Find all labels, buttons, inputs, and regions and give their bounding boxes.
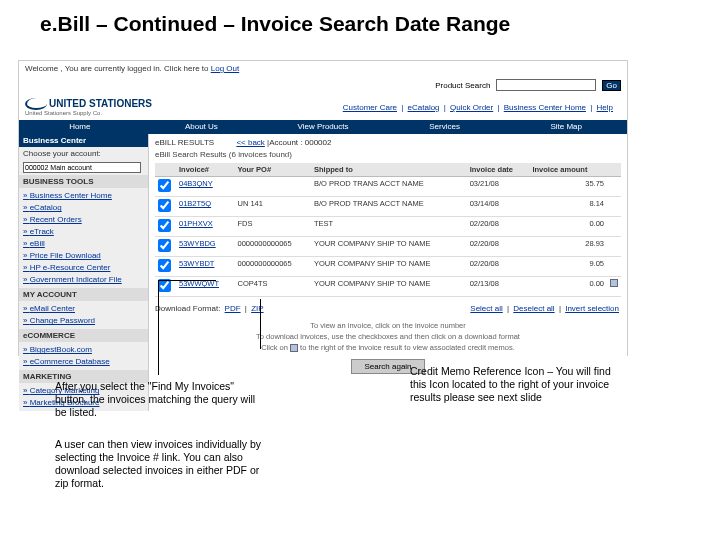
row-checkbox[interactable] xyxy=(158,199,171,212)
navbar: Home About Us View Products Services Sit… xyxy=(19,120,627,134)
back-link[interactable]: << back xyxy=(236,138,264,147)
brand-logo: UNITED STATIONERS xyxy=(25,98,152,110)
brand-subtitle: United Stationers Supply Co. xyxy=(25,110,152,116)
invoice-link[interactable]: 01B2T5Q xyxy=(179,199,211,208)
cell-po: FDS xyxy=(234,217,311,237)
nav-about[interactable]: About Us xyxy=(141,120,263,134)
hint-line3: Click on to the right of the invoice res… xyxy=(155,342,621,353)
cell-ship: YOUR COMPANY SHIP TO NAME xyxy=(311,237,467,257)
sidebar-header: Business Center xyxy=(19,134,148,147)
arrow-to-results-v xyxy=(158,280,159,375)
invoice-table: Invoice# Your PO# Shipped to Invoice dat… xyxy=(155,163,621,297)
cell-amount: 28.93 xyxy=(529,237,607,257)
hint-line2: To download invoices, use the checkboxes… xyxy=(155,331,621,342)
logo-row: UNITED STATIONERS United Stationers Supp… xyxy=(19,94,627,120)
sidebar-item-recent-orders[interactable]: » Recent Orders xyxy=(23,214,144,226)
cell-ship: B/O PROD TRANS ACCT NAME xyxy=(311,197,467,217)
sidebar-item-pricefile[interactable]: » Price File Download xyxy=(23,250,144,262)
credit-memo-icon[interactable] xyxy=(610,279,618,287)
nav-home[interactable]: Home xyxy=(19,120,141,134)
invert-link[interactable]: Invert selection xyxy=(565,304,619,313)
table-row: 53WWQWTCOP4TSYOUR COMPANY SHIP TO NAME02… xyxy=(155,277,621,297)
crumb-account: |Account : 000002 xyxy=(267,138,331,147)
welcome-bar: Welcome , You are currently logged in. C… xyxy=(19,61,627,76)
product-search-label: Product Search xyxy=(435,81,490,90)
col-date: Invoice date xyxy=(467,163,530,177)
cell-po: 0000000000065 xyxy=(234,257,311,277)
brand-name: UNITED STATIONERS xyxy=(49,98,152,109)
cell-amount: 9.05 xyxy=(529,257,607,277)
nav-products[interactable]: View Products xyxy=(262,120,384,134)
cell-po: COP4TS xyxy=(234,277,311,297)
cell-amount: 0.00 xyxy=(529,277,607,297)
sidebar-item-biggestbook[interactable]: » BiggestBook.com xyxy=(23,344,144,356)
sidebar-item-ecomdb[interactable]: » eCommerce Database xyxy=(23,356,144,368)
cell-amount: 0.00 xyxy=(529,217,607,237)
row-checkbox[interactable] xyxy=(158,239,171,252)
results-header: eBill Search Results (6 invoices found) xyxy=(155,150,621,159)
sidebar-item-gov[interactable]: » Government Indicator File xyxy=(23,274,144,286)
arrow-to-memo-icon xyxy=(260,299,261,349)
sidebar-item-etrack[interactable]: » eTrack xyxy=(23,226,144,238)
sidebar-item-ecatalog[interactable]: » eCatalog xyxy=(23,202,144,214)
row-checkbox[interactable] xyxy=(158,219,171,232)
hint-line1: To view an invoice, click on the invoice… xyxy=(155,320,621,331)
link-ecatalog[interactable]: eCatalog xyxy=(408,103,440,112)
deselect-all-link[interactable]: Deselect all xyxy=(513,304,554,313)
row-checkbox[interactable] xyxy=(158,179,171,192)
go-button[interactable]: Go xyxy=(602,80,621,91)
caption-left-2: A user can then view invoices individual… xyxy=(55,438,265,490)
pdf-link[interactable]: PDF xyxy=(225,304,241,313)
table-row: 53WYBDT0000000000065YOUR COMPANY SHIP TO… xyxy=(155,257,621,277)
product-search-input[interactable] xyxy=(496,79,596,91)
sidebar-item-hp[interactable]: » HP e-Resource Center xyxy=(23,262,144,274)
select-all-link[interactable]: Select all xyxy=(470,304,502,313)
col-ship: Shipped to xyxy=(311,163,467,177)
cell-amount: 35.75 xyxy=(529,177,607,197)
app-screenshot: Welcome , You are currently logged in. C… xyxy=(18,60,628,356)
cell-ship: B/O PROD TRANS ACCT NAME xyxy=(311,177,467,197)
nav-services[interactable]: Services xyxy=(384,120,506,134)
invoice-link[interactable]: 53WYBDT xyxy=(179,259,214,268)
cell-date: 03/14/08 xyxy=(467,197,530,217)
table-row: 01B2T5QUN 141B/O PROD TRANS ACCT NAME03/… xyxy=(155,197,621,217)
nav-sitemap[interactable]: Site Map xyxy=(505,120,627,134)
cell-date: 02/20/08 xyxy=(467,257,530,277)
credit-memo-icon xyxy=(290,344,298,352)
welcome-text: Welcome , You are currently logged in. C… xyxy=(25,64,211,73)
download-label: Download Format: xyxy=(155,304,220,313)
table-row: 01PHXVXFDSTEST02/20/080.00 xyxy=(155,217,621,237)
breadcrumb: eBILL RESULTS << back |Account : 000002 xyxy=(155,138,621,147)
col-invoice: Invoice# xyxy=(176,163,234,177)
col-po: Your PO# xyxy=(234,163,311,177)
download-row: Download Format: PDF | ZIP Select all | … xyxy=(155,301,621,316)
sidebar-item-email[interactable]: » eMail Center xyxy=(23,303,144,315)
tools-header: BUSINESS TOOLS xyxy=(19,175,148,188)
choose-account-label: Choose your account: xyxy=(19,147,148,160)
sidebar-item-bchome[interactable]: » Business Center Home xyxy=(23,190,144,202)
link-help[interactable]: Help xyxy=(597,103,613,112)
row-checkbox[interactable] xyxy=(158,259,171,272)
invoice-link[interactable]: 53WYBDG xyxy=(179,239,216,248)
account-select[interactable]: 000002 Main account xyxy=(23,162,141,173)
sidebar-item-password[interactable]: » Change Password xyxy=(23,315,144,327)
table-row: 04B3QNYB/O PROD TRANS ACCT NAME03/21/083… xyxy=(155,177,621,197)
invoice-link[interactable]: 04B3QNY xyxy=(179,179,213,188)
zip-link[interactable]: ZIP xyxy=(251,304,263,313)
cell-amount: 8.14 xyxy=(529,197,607,217)
cell-date: 02/13/08 xyxy=(467,277,530,297)
sidebar: Business Center Choose your account: 000… xyxy=(19,134,149,411)
link-customer-care[interactable]: Customer Care xyxy=(343,103,397,112)
sidebar-item-ebill[interactable]: » eBill xyxy=(23,238,144,250)
slide-title: e.Bill – Continued – Invoice Search Date… xyxy=(0,0,720,42)
cell-po xyxy=(234,177,311,197)
invoice-link[interactable]: 01PHXVX xyxy=(179,219,213,228)
myacct-header: MY ACCOUNT xyxy=(19,288,148,301)
link-biz-center[interactable]: Business Center Home xyxy=(504,103,586,112)
row-checkbox[interactable] xyxy=(158,279,171,292)
cell-date: 03/21/08 xyxy=(467,177,530,197)
col-amount: Invoice amount xyxy=(529,163,607,177)
link-quick-order[interactable]: Quick Order xyxy=(450,103,493,112)
logout-link[interactable]: Log Out xyxy=(211,64,239,73)
cell-ship: YOUR COMPANY SHIP TO NAME xyxy=(311,277,467,297)
